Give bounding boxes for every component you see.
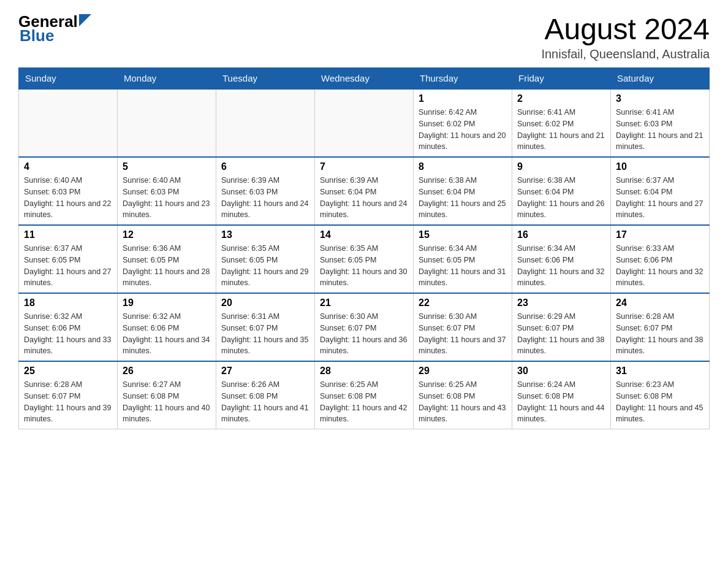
calendar-header-row: SundayMondayTuesdayWednesdayThursdayFrid…: [19, 68, 710, 90]
calendar-table: SundayMondayTuesdayWednesdayThursdayFrid…: [18, 67, 710, 429]
calendar-cell: 6Sunrise: 6:39 AMSunset: 6:03 PMDaylight…: [216, 157, 315, 225]
calendar-cell: 13Sunrise: 6:35 AMSunset: 6:05 PMDayligh…: [216, 225, 315, 293]
day-info: Sunrise: 6:33 AMSunset: 6:06 PMDaylight:…: [616, 243, 704, 289]
day-info: Sunrise: 6:34 AMSunset: 6:05 PMDaylight:…: [419, 243, 507, 289]
calendar-header-saturday: Saturday: [611, 68, 710, 90]
day-info: Sunrise: 6:29 AMSunset: 6:07 PMDaylight:…: [517, 311, 605, 357]
calendar-cell: 30Sunrise: 6:24 AMSunset: 6:08 PMDayligh…: [512, 361, 611, 429]
day-number: 30: [517, 366, 605, 377]
calendar-cell: 22Sunrise: 6:30 AMSunset: 6:07 PMDayligh…: [414, 293, 512, 361]
day-number: 28: [320, 366, 408, 377]
day-number: 19: [123, 297, 211, 308]
day-info: Sunrise: 6:39 AMSunset: 6:04 PMDaylight:…: [320, 175, 408, 221]
calendar-cell: 17Sunrise: 6:33 AMSunset: 6:06 PMDayligh…: [611, 225, 710, 293]
calendar-cell: 27Sunrise: 6:26 AMSunset: 6:08 PMDayligh…: [216, 361, 315, 429]
day-info: Sunrise: 6:35 AMSunset: 6:05 PMDaylight:…: [221, 243, 309, 289]
day-number: 1: [419, 93, 507, 104]
day-info: Sunrise: 6:25 AMSunset: 6:08 PMDaylight:…: [320, 379, 408, 425]
calendar-cell: [315, 89, 414, 157]
month-title: August 2024: [541, 12, 710, 46]
logo: General Blue: [18, 12, 91, 45]
calendar-cell: [118, 89, 216, 157]
day-number: 21: [320, 297, 408, 308]
day-info: Sunrise: 6:30 AMSunset: 6:07 PMDaylight:…: [320, 311, 408, 357]
calendar-cell: 4Sunrise: 6:40 AMSunset: 6:03 PMDaylight…: [19, 157, 118, 225]
day-info: Sunrise: 6:38 AMSunset: 6:04 PMDaylight:…: [419, 175, 507, 221]
calendar-week-2: 4Sunrise: 6:40 AMSunset: 6:03 PMDaylight…: [19, 157, 710, 225]
calendar-header-sunday: Sunday: [19, 68, 118, 90]
day-info: Sunrise: 6:35 AMSunset: 6:05 PMDaylight:…: [320, 243, 408, 289]
day-number: 14: [320, 229, 408, 240]
title-block: August 2024 Innisfail, Queensland, Austr…: [541, 12, 710, 61]
day-info: Sunrise: 6:26 AMSunset: 6:08 PMDaylight:…: [221, 379, 309, 425]
day-info: Sunrise: 6:41 AMSunset: 6:02 PMDaylight:…: [517, 107, 605, 153]
day-number: 17: [616, 229, 704, 240]
day-number: 9: [517, 161, 605, 172]
day-number: 7: [320, 161, 408, 172]
day-info: Sunrise: 6:42 AMSunset: 6:02 PMDaylight:…: [419, 107, 507, 153]
day-number: 13: [221, 229, 309, 240]
day-info: Sunrise: 6:37 AMSunset: 6:05 PMDaylight:…: [24, 243, 112, 289]
calendar-cell: 1Sunrise: 6:42 AMSunset: 6:02 PMDaylight…: [414, 89, 512, 157]
calendar-cell: [19, 89, 118, 157]
day-info: Sunrise: 6:38 AMSunset: 6:04 PMDaylight:…: [517, 175, 605, 221]
day-number: 10: [616, 161, 704, 172]
day-info: Sunrise: 6:36 AMSunset: 6:05 PMDaylight:…: [123, 243, 211, 289]
calendar-week-4: 18Sunrise: 6:32 AMSunset: 6:06 PMDayligh…: [19, 293, 710, 361]
calendar-week-3: 11Sunrise: 6:37 AMSunset: 6:05 PMDayligh…: [19, 225, 710, 293]
day-info: Sunrise: 6:24 AMSunset: 6:08 PMDaylight:…: [517, 379, 605, 425]
calendar-cell: 25Sunrise: 6:28 AMSunset: 6:07 PMDayligh…: [19, 361, 118, 429]
day-info: Sunrise: 6:40 AMSunset: 6:03 PMDaylight:…: [123, 175, 211, 221]
day-number: 29: [419, 366, 507, 377]
day-number: 6: [221, 161, 309, 172]
day-info: Sunrise: 6:39 AMSunset: 6:03 PMDaylight:…: [221, 175, 309, 221]
day-info: Sunrise: 6:34 AMSunset: 6:06 PMDaylight:…: [517, 243, 605, 289]
calendar-header-monday: Monday: [118, 68, 216, 90]
day-info: Sunrise: 6:27 AMSunset: 6:08 PMDaylight:…: [123, 379, 211, 425]
calendar-cell: 15Sunrise: 6:34 AMSunset: 6:05 PMDayligh…: [414, 225, 512, 293]
calendar-header-thursday: Thursday: [414, 68, 512, 90]
day-info: Sunrise: 6:41 AMSunset: 6:03 PMDaylight:…: [616, 107, 704, 153]
logo-blue-text: Blue: [20, 26, 54, 45]
day-info: Sunrise: 6:30 AMSunset: 6:07 PMDaylight:…: [419, 311, 507, 357]
day-info: Sunrise: 6:28 AMSunset: 6:07 PMDaylight:…: [616, 311, 704, 357]
svg-marker-0: [79, 14, 91, 26]
day-info: Sunrise: 6:32 AMSunset: 6:06 PMDaylight:…: [24, 311, 112, 357]
calendar-cell: 5Sunrise: 6:40 AMSunset: 6:03 PMDaylight…: [118, 157, 216, 225]
day-info: Sunrise: 6:40 AMSunset: 6:03 PMDaylight:…: [24, 175, 112, 221]
calendar-cell: 3Sunrise: 6:41 AMSunset: 6:03 PMDaylight…: [611, 89, 710, 157]
day-number: 12: [123, 229, 211, 240]
calendar-cell: 31Sunrise: 6:23 AMSunset: 6:08 PMDayligh…: [611, 361, 710, 429]
calendar-cell: 29Sunrise: 6:25 AMSunset: 6:08 PMDayligh…: [414, 361, 512, 429]
calendar-cell: 11Sunrise: 6:37 AMSunset: 6:05 PMDayligh…: [19, 225, 118, 293]
day-number: 22: [419, 297, 507, 308]
calendar-header-friday: Friday: [512, 68, 611, 90]
calendar-cell: 2Sunrise: 6:41 AMSunset: 6:02 PMDaylight…: [512, 89, 611, 157]
calendar-header-tuesday: Tuesday: [216, 68, 315, 90]
calendar-week-1: 1Sunrise: 6:42 AMSunset: 6:02 PMDaylight…: [19, 89, 710, 157]
calendar-cell: 8Sunrise: 6:38 AMSunset: 6:04 PMDaylight…: [414, 157, 512, 225]
day-number: 3: [616, 93, 704, 104]
calendar-cell: [216, 89, 315, 157]
day-number: 5: [123, 161, 211, 172]
location-title: Innisfail, Queensland, Australia: [541, 47, 710, 61]
calendar-cell: 16Sunrise: 6:34 AMSunset: 6:06 PMDayligh…: [512, 225, 611, 293]
day-number: 31: [616, 366, 704, 377]
calendar-cell: 10Sunrise: 6:37 AMSunset: 6:04 PMDayligh…: [611, 157, 710, 225]
day-number: 20: [221, 297, 309, 308]
day-info: Sunrise: 6:37 AMSunset: 6:04 PMDaylight:…: [616, 175, 704, 221]
day-number: 27: [221, 366, 309, 377]
day-number: 11: [24, 229, 112, 240]
calendar-cell: 24Sunrise: 6:28 AMSunset: 6:07 PMDayligh…: [611, 293, 710, 361]
calendar-week-5: 25Sunrise: 6:28 AMSunset: 6:07 PMDayligh…: [19, 361, 710, 429]
calendar-cell: 14Sunrise: 6:35 AMSunset: 6:05 PMDayligh…: [315, 225, 414, 293]
day-number: 2: [517, 93, 605, 104]
calendar-cell: 20Sunrise: 6:31 AMSunset: 6:07 PMDayligh…: [216, 293, 315, 361]
day-number: 16: [517, 229, 605, 240]
logo-triangle-icon: [79, 14, 91, 26]
calendar-cell: 23Sunrise: 6:29 AMSunset: 6:07 PMDayligh…: [512, 293, 611, 361]
day-number: 15: [419, 229, 507, 240]
calendar-header-wednesday: Wednesday: [315, 68, 414, 90]
calendar-cell: 28Sunrise: 6:25 AMSunset: 6:08 PMDayligh…: [315, 361, 414, 429]
calendar-cell: 9Sunrise: 6:38 AMSunset: 6:04 PMDaylight…: [512, 157, 611, 225]
